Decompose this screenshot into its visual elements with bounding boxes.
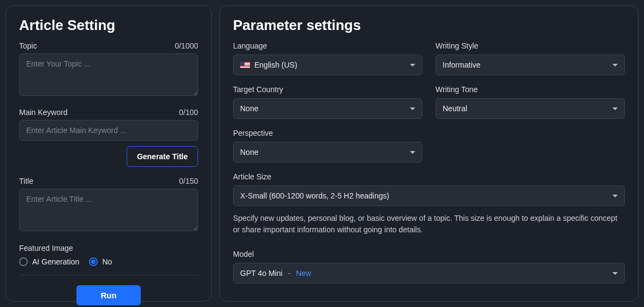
writing-style-value: Informative (443, 61, 480, 69)
article-setting-title: Article Setting (19, 17, 198, 34)
topic-counter: 0/1000 (175, 41, 198, 50)
language-select[interactable]: English (US) (233, 55, 422, 75)
writing-tone-value: Neutral (443, 104, 467, 113)
radio-icon (19, 257, 28, 266)
run-button[interactable]: Run (76, 285, 140, 305)
featured-image-radio-group: AI Generation No (19, 257, 198, 275)
perspective-value: None (240, 148, 258, 156)
main-keyword-input[interactable] (19, 120, 198, 141)
generate-title-button[interactable]: Generate Title (127, 146, 198, 167)
writing-tone-label: Writing Tone (436, 85, 625, 94)
chevron-down-icon (612, 107, 618, 110)
article-size-label: Article Size (233, 172, 625, 181)
article-size-value: X-Small (600-1200 words, 2-5 H2 headings… (240, 191, 389, 200)
chevron-down-icon (612, 64, 618, 67)
us-flag-icon (240, 62, 250, 68)
featured-image-label: Featured Image (19, 244, 73, 252)
featured-image-no-option[interactable]: No (89, 257, 112, 266)
article-size-help: Specify new updates, personal blog, or b… (233, 213, 625, 236)
title-label: Title (19, 177, 33, 185)
model-label: Model (233, 250, 625, 258)
chevron-down-icon (410, 107, 415, 110)
title-counter: 0/150 (179, 177, 198, 185)
writing-style-select[interactable]: Informative (436, 55, 625, 75)
radio-icon (89, 257, 98, 266)
language-label: Language (233, 41, 422, 50)
article-size-select[interactable]: X-Small (600-1200 words, 2-5 H2 headings… (233, 185, 625, 206)
model-value: GPT 4o Mini - New (240, 269, 311, 278)
chevron-down-icon (612, 195, 618, 197)
chevron-down-icon (612, 272, 618, 275)
main-keyword-label: Main Keyword (19, 108, 68, 117)
featured-image-ai-label: AI Generation (32, 257, 79, 266)
model-select[interactable]: GPT 4o Mini - New (233, 263, 625, 284)
chevron-down-icon (410, 151, 415, 154)
main-keyword-counter: 0/100 (179, 108, 198, 117)
article-setting-panel: Article Setting Topic 0/1000 Main Keywor… (5, 5, 212, 302)
writing-style-label: Writing Style (436, 41, 625, 50)
target-country-label: Target Country (233, 85, 422, 94)
perspective-select[interactable]: None (233, 142, 422, 162)
target-country-select[interactable]: None (233, 98, 422, 119)
featured-image-no-label: No (102, 257, 112, 266)
perspective-label: Perspective (233, 129, 422, 137)
featured-image-ai-option[interactable]: AI Generation (19, 257, 79, 266)
topic-input[interactable] (19, 53, 198, 96)
parameter-settings-panel: Parameter settings Language English (US)… (219, 5, 639, 302)
writing-tone-select[interactable]: Neutral (436, 98, 625, 119)
parameter-settings-title: Parameter settings (233, 17, 625, 34)
title-input[interactable] (19, 189, 198, 231)
chevron-down-icon (410, 64, 415, 67)
target-country-value: None (240, 104, 258, 113)
topic-label: Topic (19, 41, 37, 50)
language-value: English (US) (254, 61, 297, 69)
